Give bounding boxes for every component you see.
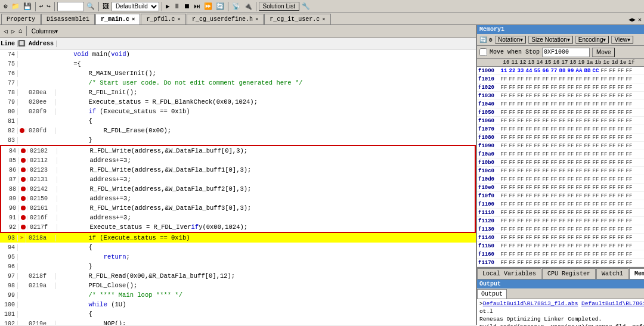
address-col: 0216f bbox=[27, 215, 57, 221]
bottom-tab[interactable]: Memory1 bbox=[629, 268, 644, 279]
mem-byte-cell: FF bbox=[592, 260, 600, 266]
mem-byte-cell: FF bbox=[592, 243, 600, 249]
zoom-input[interactable]: 100% bbox=[57, 2, 84, 11]
breakpoint-col[interactable] bbox=[19, 196, 27, 201]
memory-data-row: f1110FFFFFFFFFFFFFFFFFFFFFFFFFFFFFFFF bbox=[477, 209, 644, 217]
toolbar-icon-15[interactable]: 🔧 bbox=[301, 2, 311, 11]
toolbar-icon-forward[interactable]: ▷ bbox=[10, 27, 17, 36]
memory-move-button[interactable]: Move bbox=[592, 48, 615, 57]
mem-byte-cell: FF bbox=[533, 135, 541, 141]
line-number: 100 bbox=[0, 302, 18, 308]
breakpoint-col[interactable] bbox=[19, 225, 27, 229]
mem-byte-cell: FF bbox=[575, 193, 583, 199]
tab-nav-right[interactable]: ▶ bbox=[632, 16, 636, 23]
mem-byte-cell: FF bbox=[541, 93, 550, 99]
toolbar-icon-3[interactable]: 💾 bbox=[22, 2, 33, 11]
mem-byte-cell: FF bbox=[600, 185, 608, 191]
memory-addr-input[interactable] bbox=[542, 48, 590, 57]
mem-byte-cell: FF bbox=[566, 252, 575, 257]
tab-rpfdl[interactable]: r_pfdl.c × bbox=[141, 14, 185, 24]
toolbar-icon-4[interactable]: ↩ bbox=[38, 2, 45, 11]
mem-byte-cell: FF bbox=[533, 143, 541, 149]
toolbar-icon-8[interactable]: ⏸ bbox=[172, 2, 181, 11]
toolbar-icon-12[interactable]: 🔄 bbox=[215, 2, 225, 11]
mem-byte-cell: FF bbox=[533, 260, 541, 266]
mem-byte-cell: FF bbox=[566, 260, 575, 266]
output-tab[interactable]: Output bbox=[477, 289, 507, 299]
move-when-stop-checkbox[interactable] bbox=[479, 48, 487, 56]
mem-byte-cell: FF bbox=[550, 151, 558, 157]
mem-toolbar-icon1[interactable]: 🔄 bbox=[479, 36, 487, 44]
toolbar-icon-7[interactable]: ▶ bbox=[165, 2, 171, 11]
breakpoint-col[interactable] bbox=[19, 167, 27, 172]
toolbar-icon-13[interactable]: 📡 bbox=[231, 2, 242, 11]
mem-byte-cell: FF bbox=[516, 260, 525, 266]
breakpoint-col[interactable] bbox=[19, 187, 27, 191]
breakpoint-col[interactable] bbox=[18, 128, 26, 133]
size-notation-button[interactable]: Size Notation▾ bbox=[528, 36, 572, 44]
memory-nav-bar: Move when Stop Move bbox=[477, 46, 644, 59]
tab-close-userdefine[interactable]: × bbox=[255, 17, 258, 23]
mem-byte-cell: FF bbox=[541, 110, 550, 116]
tab-disassemble[interactable]: Disassemble1 bbox=[41, 14, 95, 24]
toolbar-icon-10[interactable]: ⏭ bbox=[193, 2, 202, 11]
mem-byte-cell: FF bbox=[625, 76, 633, 82]
mem-byte-cell: FF bbox=[575, 143, 583, 149]
bottom-tab[interactable]: Watch1 bbox=[596, 268, 628, 279]
tab-close-all[interactable]: ✕ bbox=[638, 16, 642, 23]
breakpoint-col[interactable] bbox=[19, 158, 27, 163]
tab-cgit[interactable]: r_cg_it_user.c × bbox=[264, 14, 330, 24]
memory-data-row: f10e0FFFFFFFFFFFFFFFFFFFFFFFFFFFFFFFF bbox=[477, 184, 644, 192]
toolbar-icon-back[interactable]: ◁ bbox=[2, 27, 9, 36]
tab-property[interactable]: Property bbox=[1, 14, 41, 24]
view-button[interactable]: View▾ bbox=[611, 36, 633, 44]
breakpoint-col[interactable] bbox=[19, 177, 27, 182]
toolbar-icon-5[interactable]: ↪ bbox=[45, 2, 52, 11]
memory-content[interactable]: 101112131415161718191a1b1c1d1e1f f100011… bbox=[477, 59, 644, 267]
bottom-tab[interactable]: Local Variables bbox=[477, 268, 541, 279]
toolbar-icon-14[interactable]: 🔌 bbox=[243, 2, 253, 11]
columns-button[interactable]: Columns▾ bbox=[29, 27, 60, 36]
toolbar-icon-6[interactable]: 🖼 bbox=[101, 2, 110, 11]
mem-byte-cell: FF bbox=[516, 126, 525, 132]
tab-close-cgit[interactable]: × bbox=[322, 17, 325, 23]
notation-button[interactable]: Notation▾ bbox=[495, 36, 526, 44]
encoding-button[interactable]: Encoding▾ bbox=[575, 36, 609, 44]
mem-byte-cell: FF bbox=[566, 160, 575, 166]
tab-rmain[interactable]: r_main.c × bbox=[95, 14, 140, 24]
mem-byte-cell: FF bbox=[516, 143, 525, 149]
app-root: ⚙ 📁 💾 ↩ ↪ 100% 🔍 🖼 DefaultBuild ▶ ⏸ ⏹ ⏭ … bbox=[0, 0, 644, 326]
tab-userdefine[interactable]: r_cg_userdefine.h × bbox=[187, 14, 264, 24]
breakpoint-col[interactable] bbox=[19, 148, 27, 153]
line-number: 78 bbox=[0, 89, 18, 96]
toolbar-icon-9[interactable]: ⏹ bbox=[182, 2, 191, 11]
mem-byte-cell: FF bbox=[525, 135, 533, 141]
output-link[interactable]: DefaultBuild\RL78G13_fld.abs bbox=[483, 300, 578, 307]
mem-byte-cell: FF bbox=[533, 185, 541, 191]
bottom-tab[interactable]: CPU Register bbox=[542, 268, 596, 279]
mem-row-addr: f1160 bbox=[477, 252, 500, 257]
mem-byte-cell: FF bbox=[533, 243, 541, 249]
mem-byte-cell: FF bbox=[583, 226, 592, 232]
mem-byte-cell: FF bbox=[558, 201, 566, 207]
solution-list-button[interactable]: Solution List bbox=[259, 2, 299, 11]
mem-byte-cell: FF bbox=[541, 226, 550, 232]
mem-byte-cell: FF bbox=[550, 126, 558, 132]
mem-byte-cell: FF bbox=[625, 135, 633, 141]
toolbar-icon-11[interactable]: ⏩ bbox=[203, 2, 213, 11]
tab-close-rmain[interactable]: × bbox=[132, 17, 135, 23]
toolbar-icon-1[interactable]: ⚙ bbox=[2, 2, 9, 11]
mem-byte-cell: FF bbox=[525, 243, 533, 249]
mem-row-addr: f1090 bbox=[477, 143, 500, 149]
toolbar-icon-2[interactable]: 📁 bbox=[10, 2, 21, 11]
mem-toolbar-icon2[interactable]: ⚙ bbox=[489, 36, 493, 44]
output-link[interactable]: DefaultBuild\RL78G13_fld.m bbox=[581, 300, 644, 307]
breakpoint-col[interactable]: ➤ bbox=[18, 234, 26, 243]
breakpoint-col[interactable] bbox=[19, 215, 27, 220]
build-select[interactable]: DefaultBuild bbox=[112, 2, 159, 11]
line-number: 95 bbox=[0, 254, 18, 260]
toolbar-icon-home[interactable]: ⌂ bbox=[17, 27, 24, 35]
tab-close-rpfdl[interactable]: × bbox=[177, 17, 180, 23]
breakpoint-col[interactable] bbox=[19, 206, 27, 210]
mem-byte-cell: FF bbox=[625, 126, 633, 132]
